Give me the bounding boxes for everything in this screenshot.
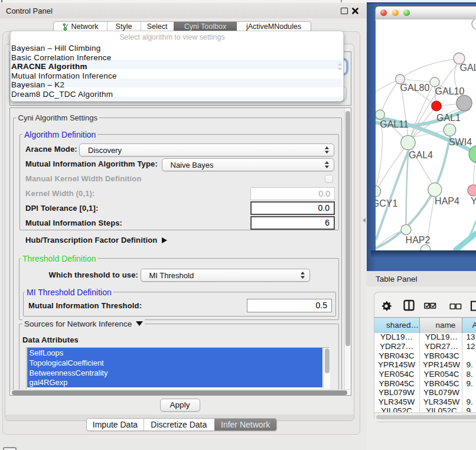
svg-text:SWI4: SWI4 (448, 137, 471, 147)
svg-text:GAL80: GAL80 (400, 83, 429, 93)
svg-text:GAL10: GAL10 (435, 86, 464, 96)
svg-text:GAL11: GAL11 (380, 119, 409, 129)
svg-text:GAL4: GAL4 (409, 150, 433, 160)
svg-text:GAL2: GAL2 (459, 63, 476, 73)
svg-text:YD: YD (471, 196, 476, 206)
svg-text:GCY1: GCY1 (376, 198, 397, 208)
svg-text:HAP4: HAP4 (435, 196, 459, 206)
svg-text:HAP2: HAP2 (405, 235, 430, 245)
svg-text:GAL1: GAL1 (436, 113, 461, 123)
